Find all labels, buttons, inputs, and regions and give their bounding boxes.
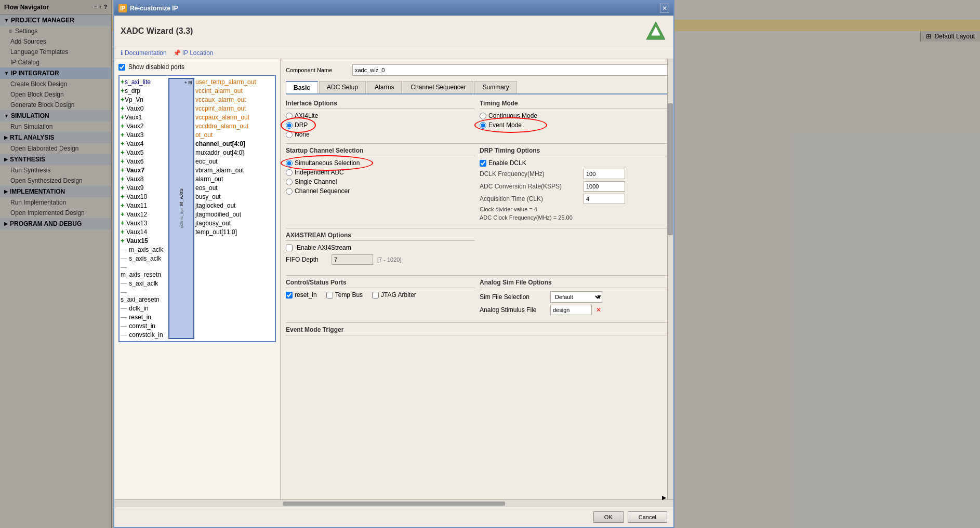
drp-enable-dclk-checkbox[interactable] xyxy=(480,160,486,167)
timing-mode-title: Timing Mode xyxy=(480,100,668,109)
drp-adc-conv-input[interactable] xyxy=(584,181,625,192)
plus-icon-17: + xyxy=(121,220,124,227)
interface-axi4lite-radio[interactable] xyxy=(286,113,293,119)
interface-drp-radio[interactable] xyxy=(286,122,293,129)
port-s-drp: + s_drp xyxy=(121,87,167,95)
plus-icon-11: + xyxy=(121,167,124,174)
tab-adc-setup[interactable]: ADC Setup xyxy=(319,81,366,93)
timing-event-radio[interactable] xyxy=(480,122,486,129)
vivado-logo xyxy=(644,20,667,43)
plus-icon-18: + xyxy=(121,228,124,236)
analog-clear-button[interactable]: ✕ xyxy=(596,306,601,314)
startup-sequencer-row: Channel Sequencer xyxy=(286,187,474,195)
port-convst-in-label: convst_in xyxy=(129,322,155,330)
rport-temp: temp_out[11:0] xyxy=(195,228,274,236)
port-vaux11-label: Vaux11 xyxy=(126,202,147,209)
documentation-label: Documentation xyxy=(125,49,167,57)
dash-icon-3: — xyxy=(121,264,127,271)
xadc-header: XADC Wizard (3.3) xyxy=(114,16,673,47)
port-s-axi-aclk: — s_axi_aclk xyxy=(121,279,167,288)
axi-enable-checkbox[interactable] xyxy=(286,245,293,251)
show-disabled-ports-checkbox[interactable] xyxy=(118,64,125,71)
analog-stimulus-input[interactable] xyxy=(550,305,592,315)
plus-icon-12: + xyxy=(121,175,124,183)
ip-location-link[interactable]: 📌 IP Location xyxy=(173,49,214,57)
port-vaux2: + Vaux2 xyxy=(121,122,167,130)
startup-single-radio[interactable] xyxy=(286,179,293,185)
port-vaux4-label: Vaux4 xyxy=(126,140,143,147)
vivado-logo-svg xyxy=(644,20,667,43)
timing-continuous-radio[interactable] xyxy=(480,113,486,119)
toolbar-links: ℹ Documentation 📌 IP Location xyxy=(114,47,673,59)
plus-icon-10: + xyxy=(121,158,124,165)
port-reset-in-label: reset_in xyxy=(129,314,151,321)
interface-options-title: Interface Options xyxy=(286,100,474,109)
component-name-input[interactable] xyxy=(352,64,668,76)
block-plus-icon[interactable]: + xyxy=(184,80,187,85)
control-temp-bus-checkbox[interactable] xyxy=(326,292,333,299)
startup-independent-radio[interactable] xyxy=(286,169,293,176)
port-vaux5-label: Vaux5 xyxy=(126,149,143,156)
documentation-link[interactable]: ℹ Documentation xyxy=(121,49,167,57)
control-reset-in-checkbox[interactable] xyxy=(286,292,293,299)
port-vaux3-label: Vaux3 xyxy=(126,131,143,139)
port-vaux10: + Vaux10 xyxy=(121,193,167,201)
analog-sim-file-select[interactable]: Default Custom xyxy=(550,291,602,303)
port-vaux0-label: Vaux0 xyxy=(126,105,143,112)
component-name-label: Component Name xyxy=(286,67,348,73)
port-m-axis-resetn: — m_axis_resetn xyxy=(121,263,167,279)
ok-button[interactable]: OK xyxy=(593,511,624,523)
dialog-title-icon: IP xyxy=(118,4,127,12)
startup-sequencer-label: Channel Sequencer xyxy=(295,187,350,195)
dialog-close-button[interactable]: ✕ xyxy=(660,4,669,13)
startup-simultaneous-label: Simultaneous Selection xyxy=(295,159,360,167)
port-vaux3: + Vaux3 xyxy=(121,131,167,139)
section-row-1: Interface Options AXI4Lite DRP xyxy=(286,100,668,138)
port-s-axi-aresetn-label: s_axi_aresetn xyxy=(121,296,160,303)
h-scrollbar-thumb[interactable] xyxy=(283,502,506,506)
tab-channel-seq[interactable]: Channel Sequencer xyxy=(403,81,473,93)
tab-summary-label: Summary xyxy=(482,84,509,91)
dash-icon-2: — xyxy=(121,255,127,262)
analog-sim-title: Analog Sim File Options xyxy=(480,279,668,288)
port-vp-vn: + Vp_Vn xyxy=(121,96,167,104)
port-m-axis-aclk: — m_axis_aclk xyxy=(121,246,167,254)
port-vaux12: + Vaux12 xyxy=(121,210,167,219)
startup-simultaneous-radio[interactable] xyxy=(286,160,293,167)
analog-sim-file-label: Sim File Selection xyxy=(480,293,547,301)
startup-independent-row: Independent ADC xyxy=(286,169,474,176)
axi-fifo-input[interactable] xyxy=(332,254,373,265)
control-jtag-checkbox[interactable] xyxy=(372,292,379,299)
timing-mode-group: Continuous Mode Event Mode xyxy=(480,112,668,129)
scrollbar-track xyxy=(667,59,673,499)
port-vaux7: + Vaux7 xyxy=(121,166,167,174)
port-vaux9-label: Vaux9 xyxy=(126,184,143,192)
port-s-axi-aclk-label: s_axi_aclk xyxy=(129,280,158,287)
drp-acquisition-row: Acquisition Time (CLK) xyxy=(480,194,668,204)
rport-alarm: alarm_out xyxy=(195,175,274,183)
interface-none-row: None xyxy=(286,131,474,138)
control-jtag-text: JTAG Arbiter xyxy=(381,291,416,299)
divider-2 xyxy=(286,228,668,228)
block-expand-icon[interactable]: ⊞ xyxy=(188,80,192,85)
rport-eoc: eoc_out xyxy=(195,157,274,166)
drp-acquisition-input[interactable] xyxy=(584,194,625,204)
scroll-right-arrow[interactable]: ▶ xyxy=(662,494,666,501)
tab-basic[interactable]: Basic xyxy=(286,81,318,93)
tab-alarms[interactable]: Alarms xyxy=(367,81,402,93)
control-temp-bus-text: Temp Bus xyxy=(335,291,363,299)
drp-adc-clock-value: ADC Clock Frequency(MHz) = 25.00 xyxy=(480,214,573,221)
port-vaux7-label: Vaux7 xyxy=(126,167,144,174)
interface-none-radio[interactable] xyxy=(286,131,293,138)
drp-timing-section: DRP Timing Options Enable DCLK DCLK Freq… xyxy=(480,147,668,223)
port-vaux6-label: Vaux6 xyxy=(126,158,143,165)
control-row: reset_in Temp Bus JTAG Arbiter xyxy=(286,291,474,299)
port-s-axi-lite: + s_axi_lite xyxy=(121,78,167,86)
startup-sequencer-radio[interactable] xyxy=(286,188,293,195)
info-icon: ℹ xyxy=(121,49,123,57)
scrollbar-thumb[interactable] xyxy=(668,103,673,235)
cancel-button[interactable]: Cancel xyxy=(628,511,667,523)
drp-dclk-freq-input[interactable] xyxy=(584,169,625,179)
section-row-4: Control/Status Ports reset_in Temp Bus xyxy=(286,279,668,317)
tab-summary[interactable]: Summary xyxy=(474,81,517,93)
